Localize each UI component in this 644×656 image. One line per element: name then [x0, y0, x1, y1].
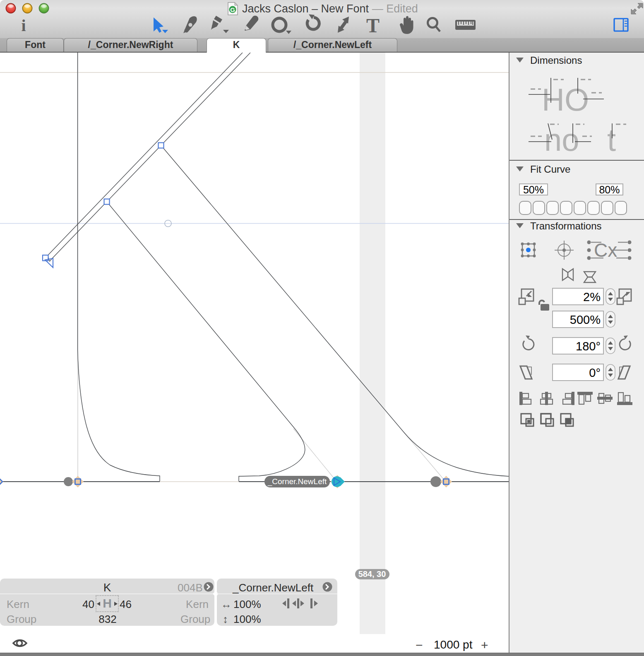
svg-text:i: i — [21, 16, 26, 35]
svg-text:G: G — [230, 6, 235, 13]
svg-text:584, 30: 584, 30 — [358, 569, 386, 579]
svg-text:HO: HO — [542, 82, 589, 117]
svg-text:t: t — [607, 122, 616, 157]
svg-text:0°: 0° — [589, 366, 601, 379]
svg-text:500%: 500% — [570, 313, 601, 326]
svg-text:_Corner.NewLeft: _Corner.NewLeft — [267, 477, 327, 486]
svg-text:2%: 2% — [583, 290, 601, 304]
svg-text:no: no — [544, 122, 579, 157]
svg-text:T: T — [366, 14, 380, 36]
svg-text:180°: 180° — [576, 340, 601, 353]
